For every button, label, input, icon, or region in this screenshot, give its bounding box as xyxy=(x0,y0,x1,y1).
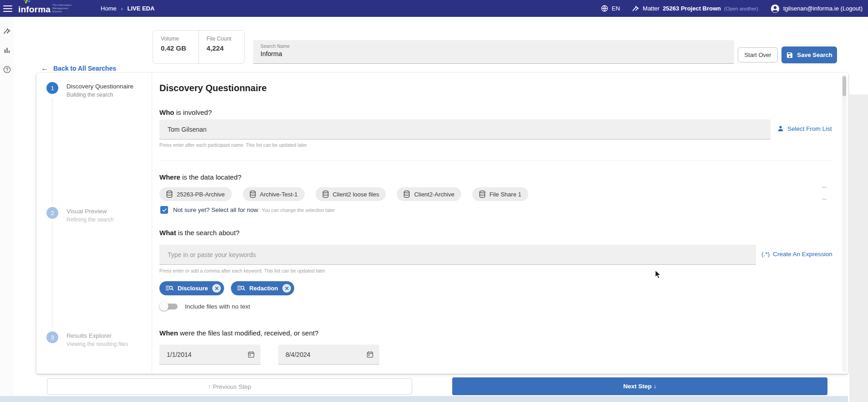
stepper-divider xyxy=(152,73,152,374)
file-count-value: 4,224 xyxy=(207,44,245,52)
back-arrow-icon: ← xyxy=(41,64,49,73)
matter-selector[interactable]: Matter 25263 Project Brown (Open another… xyxy=(632,5,758,12)
who-question: Who is involved? xyxy=(159,108,212,116)
select-all-checkbox[interactable] xyxy=(160,206,168,214)
location-chip[interactable]: Client2-Archive xyxy=(397,187,461,201)
select-all-row: Not sure yet? Select all for now You can… xyxy=(160,206,335,214)
database-icon xyxy=(166,191,173,198)
bar-chart-nav-icon[interactable] xyxy=(0,43,14,57)
create-expression-label: Create An Expression xyxy=(773,251,832,258)
location-chip[interactable]: Client2 loose files xyxy=(316,187,386,201)
avatar-icon xyxy=(770,4,780,14)
search-stats-card: Volume 0.42 GB File Count 4,224 xyxy=(153,30,245,64)
informa-logo: informa The InformationManagement Expert… xyxy=(18,4,74,14)
create-expression-link[interactable]: (.*) Create An Expression xyxy=(761,251,832,258)
step-2-subtitle: Refining the search xyxy=(66,216,113,223)
select-all-hint: You can change the selection later xyxy=(262,207,335,213)
step-connector xyxy=(52,222,52,329)
questionnaire-content: Discovery Questionnaire Who is involved?… xyxy=(159,73,833,374)
manage-search-icon xyxy=(165,285,174,292)
keyword-chip[interactable]: Disclosure ✕ xyxy=(159,281,224,295)
step-connector xyxy=(52,98,52,205)
date-from-input[interactable] xyxy=(159,351,247,358)
select-from-list-link[interactable]: Select From List xyxy=(777,125,832,132)
keywords-field xyxy=(159,245,756,265)
volume-label: Volume xyxy=(161,36,199,42)
where-question: Where is the data located? xyxy=(159,173,241,181)
user-email-logout: tgilsenan@informa.ie (Logout) xyxy=(783,5,863,12)
start-over-button[interactable]: Start Over xyxy=(738,47,778,62)
card-scrollbar-track[interactable] xyxy=(842,74,847,372)
keyword-chip[interactable]: Redaction ✕ xyxy=(231,281,294,295)
save-search-label: Save Search xyxy=(797,52,832,58)
save-search-button[interactable]: Save Search xyxy=(781,46,837,63)
breadcrumb-home[interactable]: Home xyxy=(101,5,117,12)
remove-keyword-icon[interactable]: ✕ xyxy=(212,284,221,293)
step-visual-preview[interactable]: 2 Visual Preview Refining the search xyxy=(46,207,113,223)
date-from-field xyxy=(159,345,260,365)
calendar-icon[interactable] xyxy=(247,350,255,358)
step-3-subtitle: Viewing the resulting files xyxy=(66,341,128,347)
location-chips: 25263-PB-Archive Archive-Test-1 Client2 … xyxy=(159,187,528,201)
person-icon xyxy=(777,125,784,132)
scroll-dash xyxy=(822,187,827,188)
user-account[interactable]: tgilsenan@informa.ie (Logout) xyxy=(770,4,863,14)
database-icon xyxy=(250,191,256,198)
step-results-explorer[interactable]: 3 Results Explorer Viewing the resulting… xyxy=(46,331,128,347)
search-name-input[interactable] xyxy=(260,50,710,57)
bottom-strip xyxy=(0,396,848,402)
tools-nav-icon[interactable] xyxy=(0,24,14,38)
location-chip[interactable]: 25263-PB-Archive xyxy=(159,187,232,201)
database-icon xyxy=(322,191,329,198)
step-1-circle: 1 xyxy=(46,82,58,94)
who-helper-text: Press enter after each participant name.… xyxy=(159,142,307,148)
back-to-searches-link[interactable]: ← Back to All Searches xyxy=(41,64,116,73)
step-3-title: Results Explorer xyxy=(66,331,128,339)
volume-value: 0.42 GB xyxy=(161,44,199,52)
hamburger-menu-icon[interactable] xyxy=(1,5,15,12)
search-toolbar: ← Back to All Searches Volume 0.42 GB Fi… xyxy=(14,17,868,73)
brand-name: informa xyxy=(18,5,51,14)
select-from-list-label: Select From List xyxy=(787,125,832,132)
calendar-icon[interactable] xyxy=(366,350,374,358)
toggle-knob xyxy=(159,302,168,311)
right-background-panel xyxy=(849,94,868,402)
keywords-input[interactable] xyxy=(159,245,756,264)
step-2-circle: 2 xyxy=(46,207,58,219)
open-another-link[interactable]: (Open another) xyxy=(724,6,758,11)
keyword-chips: Disclosure ✕ Redaction ✕ xyxy=(159,281,294,295)
language-selector[interactable]: EN xyxy=(601,5,620,12)
step-1-title: Discovery Questionnaire xyxy=(66,82,133,90)
include-no-text-toggle[interactable] xyxy=(159,302,180,311)
next-step-button[interactable]: Next Step ↓ xyxy=(452,377,827,395)
remove-keyword-icon[interactable]: ✕ xyxy=(282,284,291,293)
previous-step-button[interactable]: ↑ Previous Step xyxy=(47,378,412,395)
matter-prefix: Matter xyxy=(643,5,659,12)
no-text-toggle-row: Include files with no text xyxy=(159,302,250,311)
location-chip[interactable]: File Share 1 xyxy=(472,187,528,201)
database-icon xyxy=(403,191,410,198)
date-to-field xyxy=(278,345,379,365)
live-eda-app: informa The InformationManagement Expert… xyxy=(0,0,868,402)
card-scrollbar-thumb[interactable] xyxy=(842,76,846,96)
search-name-label: Search Name xyxy=(260,43,734,49)
left-icon-rail xyxy=(0,17,14,402)
date-to-input[interactable] xyxy=(278,351,366,358)
file-count-stat: File Count 4,224 xyxy=(199,31,245,63)
section-divider xyxy=(159,160,833,161)
select-all-label[interactable]: Not sure yet? Select all for now xyxy=(173,206,258,213)
location-chip[interactable]: Archive-Test-1 xyxy=(243,187,305,201)
help-icon[interactable] xyxy=(0,62,14,76)
database-icon xyxy=(479,191,485,198)
participants-input[interactable] xyxy=(159,119,771,139)
step-1-subtitle: Building the search xyxy=(66,92,133,98)
breadcrumb-current[interactable]: LIVE EDA xyxy=(127,5,154,12)
save-icon xyxy=(786,52,793,59)
page-title: Discovery Questionnaire xyxy=(159,83,267,93)
when-question: When were the files last modified, recei… xyxy=(159,329,318,337)
questionnaire-card: 1 Discovery Questionnaire Building the s… xyxy=(36,73,848,374)
topbar-right-cluster: EN Matter 25263 Project Brown (Open anot… xyxy=(601,4,863,14)
matter-name: 25263 Project Brown xyxy=(663,5,721,12)
step-discovery-questionnaire[interactable]: 1 Discovery Questionnaire Building the s… xyxy=(46,82,133,98)
chevron-right-icon: › xyxy=(121,6,123,11)
